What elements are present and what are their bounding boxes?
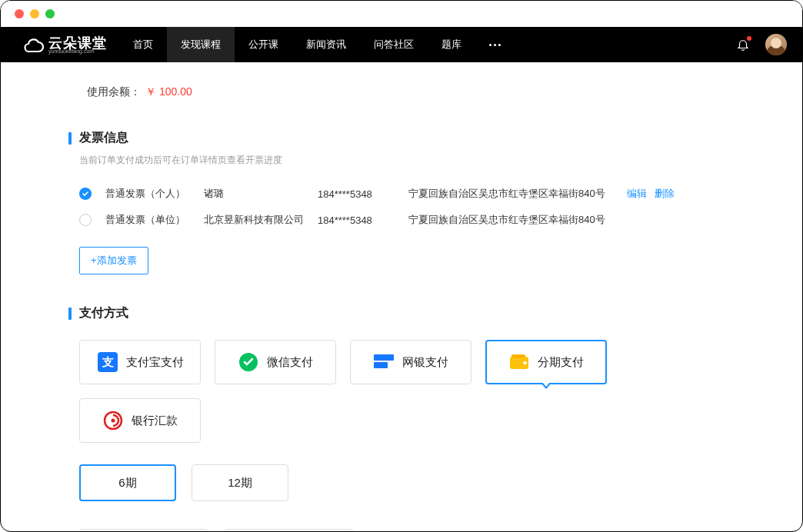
nav-item-open-class[interactable]: 公开课 (235, 27, 292, 62)
section-bar-icon (68, 132, 72, 145)
nav-items: 首页 发现课程 公开课 新闻资讯 问答社区 题库 (119, 27, 515, 62)
invoice-row[interactable]: 普通发票（个人） 诸璐 184****5348 宁夏回族自治区吴忠市红寺堡区幸福… (68, 181, 735, 207)
nav-more-icon[interactable] (475, 27, 515, 62)
invoice-type: 普通发票（个人） (105, 187, 190, 201)
pay-method-alipay[interactable]: 支 支付宝支付 (79, 340, 201, 384)
pay-method-wechat[interactable]: 微信支付 (215, 340, 336, 384)
add-invoice-button[interactable]: +添加发票 (79, 247, 148, 274)
logo-subtext: yunduoketang.com (48, 48, 94, 54)
pay-method-label: 微信支付 (267, 355, 313, 370)
svg-rect-3 (374, 354, 394, 361)
payment-methods: 支 支付宝支付 微信支付 网银支付 (79, 340, 735, 443)
logo-cloud-icon (24, 36, 44, 53)
bank-remit-icon (102, 410, 124, 431)
invoice-edit-link[interactable]: 编辑 (627, 188, 647, 199)
window-minimize-dot[interactable] (30, 9, 39, 18)
payment-section-title: 支付方式 (79, 305, 128, 321)
invoice-address: 宁夏回族自治区吴忠市红寺堡区幸福街840号 (408, 213, 608, 227)
radio-unchecked-icon[interactable] (79, 214, 92, 226)
invoice-phone: 184****5348 (318, 214, 395, 226)
svg-point-9 (112, 419, 115, 423)
nav-item-news[interactable]: 新闻资讯 (292, 27, 360, 62)
logo[interactable]: 云朵课堂 yunduoketang.com (24, 36, 107, 54)
nav-item-discover[interactable]: 发现课程 (167, 27, 235, 62)
page-content: 使用余额：￥ 100.00 发票信息 当前订单支付成功后可在订单详情页查看开票进… (1, 62, 802, 531)
svg-rect-4 (374, 362, 388, 368)
nav-item-home[interactable]: 首页 (119, 27, 167, 62)
wechat-pay-icon (238, 351, 259, 373)
pay-method-label: 支付宝支付 (126, 355, 184, 370)
balance-label: 使用余额： (87, 85, 141, 98)
nav-item-bank[interactable]: 题库 (428, 27, 475, 62)
personal-transfer-options: 支付宝个人转账 微信个人转账 (79, 529, 735, 531)
pay-method-bank[interactable]: 网银支付 (350, 340, 471, 384)
term-option-6[interactable]: 6期 (79, 464, 176, 501)
invoice-section-header: 发票信息 (68, 130, 735, 146)
payment-section-header: 支付方式 (68, 305, 735, 321)
invoice-name: 诸璐 (204, 187, 304, 201)
invoice-name: 北京昱新科技有限公司 (204, 213, 304, 227)
term-option-12[interactable]: 12期 (192, 464, 288, 501)
svg-text:支: 支 (101, 355, 113, 368)
pay-method-wire[interactable]: 银行汇款 (79, 398, 201, 443)
unionpay-icon (373, 351, 395, 373)
wallet-icon (508, 351, 530, 373)
notification-dot-icon (747, 36, 751, 41)
top-nav: 云朵课堂 yunduoketang.com 首页 发现课程 公开课 新闻资讯 问… (1, 27, 802, 62)
radio-checked-icon[interactable] (79, 188, 92, 200)
invoice-section-title: 发票信息 (79, 130, 128, 146)
user-avatar[interactable] (765, 34, 787, 55)
notifications-bell-icon[interactable] (736, 38, 750, 52)
alipay-icon: 支 (97, 351, 118, 373)
svg-rect-6 (523, 361, 527, 364)
window-zoom-dot[interactable] (45, 9, 55, 18)
app-window: 云朵课堂 yunduoketang.com 首页 发现课程 公开课 新闻资讯 问… (0, 0, 803, 532)
pay-method-label: 网银支付 (402, 355, 448, 370)
svg-rect-7 (511, 354, 525, 358)
macos-titlebar (1, 1, 802, 27)
invoice-phone: 184****5348 (318, 188, 395, 200)
transfer-wechat-personal[interactable]: 微信个人转账 (224, 529, 353, 531)
invoice-delete-link[interactable]: 删除 (655, 188, 675, 199)
transfer-alipay-personal[interactable]: 支付宝个人转账 (79, 529, 208, 531)
pay-method-label: 分期支付 (538, 355, 584, 370)
balance-amount: ￥ 100.00 (145, 85, 192, 98)
invoice-address: 宁夏回族自治区吴忠市红寺堡区幸福街840号 (408, 187, 608, 201)
invoice-type: 普通发票（单位） (105, 213, 190, 227)
window-close-dot[interactable] (15, 9, 24, 18)
pay-method-installment[interactable]: 分期支付 (485, 340, 607, 384)
invoice-row[interactable]: 普通发票（单位） 北京昱新科技有限公司 184****5348 宁夏回族自治区吴… (68, 207, 735, 233)
balance-line: 使用余额：￥ 100.00 (87, 85, 735, 99)
section-bar-icon (68, 308, 72, 320)
pay-method-label: 银行汇款 (132, 414, 178, 428)
nav-item-qa[interactable]: 问答社区 (360, 27, 428, 62)
invoice-section-subtitle: 当前订单支付成功后可在订单详情页查看开票进度 (79, 154, 735, 167)
installment-terms: 6期 12期 (79, 464, 735, 501)
